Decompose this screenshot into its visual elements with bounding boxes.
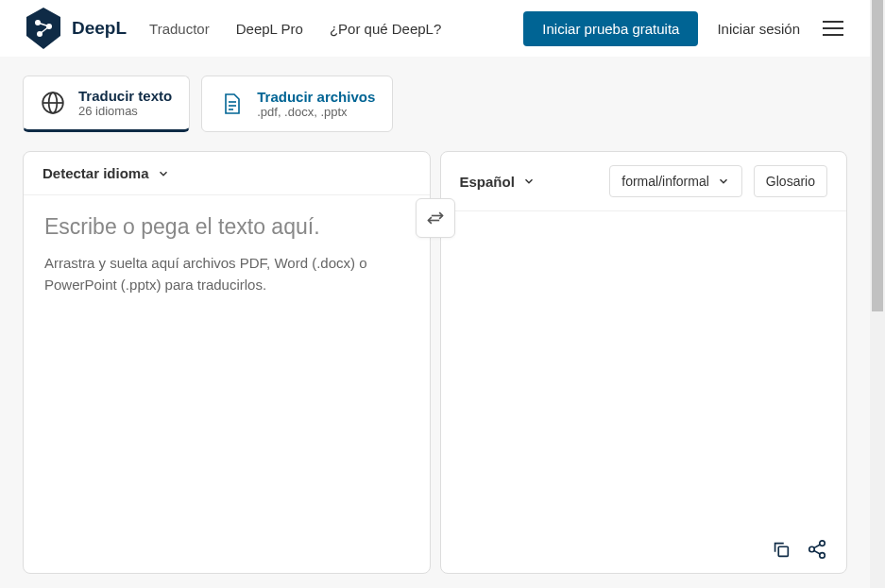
formality-label: formal/informal	[621, 174, 709, 189]
tab-text-title: Traducir texto	[78, 88, 172, 104]
svg-rect-13	[778, 546, 788, 556]
tab-translate-text[interactable]: Traducir texto 26 idiomas	[23, 76, 190, 132]
target-panel: Español formal/informal Glosario	[440, 151, 848, 574]
translator-area: Detectar idioma Escribe o pega el texto …	[0, 132, 870, 588]
chevron-down-icon	[717, 175, 730, 188]
tab-text-sub: 26 idiomas	[78, 104, 172, 118]
formality-button[interactable]: formal/informal	[609, 165, 742, 197]
mode-tabs: Traducir texto 26 idiomas Traducir archi…	[0, 57, 870, 132]
scrollbar-thumb[interactable]	[872, 0, 883, 311]
tab-translate-files[interactable]: Traducir archivos .pdf, .docx, .pptx	[201, 76, 393, 132]
source-panel: Detectar idioma Escribe o pega el texto …	[23, 151, 431, 574]
source-hint: Arrastra y suelta aquí archivos PDF, Wor…	[44, 253, 403, 295]
globe-icon	[41, 91, 65, 115]
source-language-label: Detectar idioma	[43, 165, 149, 181]
target-language-label: Español	[460, 174, 515, 190]
svg-point-14	[820, 541, 825, 546]
login-link[interactable]: Iniciar sesión	[717, 21, 800, 37]
chevron-down-icon	[522, 175, 536, 188]
source-panel-header: Detectar idioma	[24, 152, 430, 195]
scrollbar[interactable]	[870, 0, 885, 588]
svg-line-18	[814, 550, 820, 554]
source-language-select[interactable]: Detectar idioma	[43, 165, 170, 181]
deepl-logo-icon	[23, 6, 64, 51]
nav-why[interactable]: ¿Por qué DeepL?	[330, 21, 441, 37]
header-right: Iniciar prueba gratuita Iniciar sesión	[523, 11, 847, 46]
target-panel-footer	[441, 526, 847, 573]
tab-files-title: Traducir archivos	[257, 89, 375, 105]
nav-translator[interactable]: Traductor	[149, 21, 210, 37]
source-text-area[interactable]: Escribe o pega el texto aquí. Arrastra y…	[24, 195, 430, 573]
copy-icon[interactable]	[771, 539, 791, 560]
target-text-area	[441, 211, 847, 526]
document-icon	[219, 92, 244, 116]
svg-point-16	[820, 553, 825, 559]
source-placeholder: Escribe o pega el texto aquí.	[44, 214, 409, 240]
logo[interactable]: DeepL	[23, 6, 127, 51]
svg-point-15	[809, 546, 815, 552]
swap-icon	[426, 209, 445, 227]
brand-name: DeepL	[72, 18, 127, 39]
svg-line-17	[814, 545, 820, 548]
target-panel-header: Español formal/informal Glosario	[441, 152, 847, 211]
chevron-down-icon	[157, 167, 170, 180]
start-trial-button[interactable]: Iniciar prueba gratuita	[523, 11, 698, 46]
swap-languages-button[interactable]	[416, 198, 455, 238]
nav-pro[interactable]: DeepL Pro	[236, 21, 303, 37]
target-language-select[interactable]: Español	[460, 174, 536, 190]
share-icon[interactable]	[807, 539, 827, 560]
header: DeepL Traductor DeepL Pro ¿Por qué DeepL…	[0, 0, 870, 57]
menu-icon[interactable]	[819, 17, 847, 40]
tab-files-sub: .pdf, .docx, .pptx	[257, 105, 375, 119]
glossary-button[interactable]: Glosario	[754, 165, 827, 197]
nav: Traductor DeepL Pro ¿Por qué DeepL?	[145, 21, 441, 37]
